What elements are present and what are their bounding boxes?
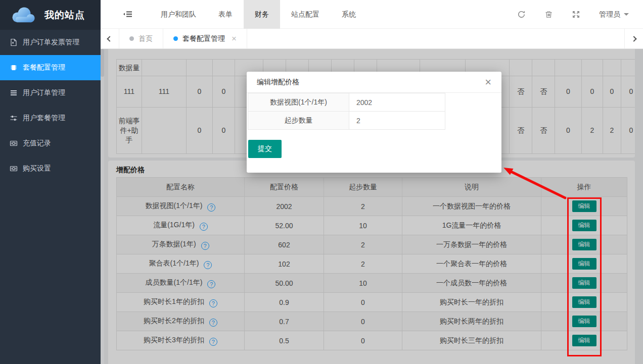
page-tabbar: 首页 套餐配置管理 × (101, 29, 643, 49)
close-icon[interactable]: × (485, 77, 491, 88)
sidebar-item-purchase-settings[interactable]: 购买设置 (0, 156, 101, 181)
sidebar-item-package-config[interactable]: 套餐配置管理 (0, 55, 101, 80)
top-navbar: 用户和团队 表单 财务 站点配置 系统 (101, 0, 643, 29)
package-chip-icon (9, 64, 18, 72)
main-nav-tabs: 用户和团队 表单 财务 站点配置 系统 (150, 0, 367, 29)
field-label: 数据视图(1个/1年) (248, 93, 349, 112)
modal-header: 编辑增配价格 × (247, 72, 501, 93)
refresh-icon[interactable] (517, 10, 526, 19)
tab-package-config[interactable]: 套餐配置管理 × (163, 29, 247, 48)
edit-addon-price-modal: 编辑增配价格 × 数据视图(1个/1年) 2002 起步数量 2 提交 (247, 72, 501, 173)
sidebar-menu: 用户订单发票管理 套餐配置管理 用户订单管理 (0, 30, 101, 181)
close-icon[interactable]: × (232, 34, 237, 43)
tabs-scroll-right[interactable] (624, 29, 643, 48)
app: 我的站点 用户订单发票管理 套餐配置管理 (0, 0, 643, 364)
tab-label: 套餐配置管理 (182, 34, 225, 43)
tab-label: 首页 (139, 34, 153, 43)
form-row: 起步数量 2 (248, 112, 445, 130)
field-label: 起步数量 (248, 112, 349, 130)
site-title: 我的站点 (44, 9, 85, 22)
chevron-left-icon (107, 36, 112, 41)
user-menu[interactable]: 管理员 (599, 10, 629, 19)
tab-home[interactable]: 首页 (119, 29, 163, 48)
fullscreen-icon[interactable] (572, 10, 580, 19)
nav-tab-site-config[interactable]: 站点配置 (280, 0, 331, 29)
purchase-money-icon (9, 165, 18, 173)
sidebar-item-label: 用户套餐管理 (23, 114, 65, 123)
collapse-menu-icon[interactable] (123, 10, 132, 20)
nav-tab-forms[interactable]: 表单 (207, 0, 244, 29)
form-row: 数据视图(1个/1年) 2002 (248, 93, 445, 112)
tabs-scroll-left[interactable] (101, 29, 119, 48)
nav-tab-finance[interactable]: 财务 (244, 0, 280, 29)
submit-button[interactable]: 提交 (248, 140, 282, 158)
caret-down-icon (624, 13, 629, 18)
tab-dot-icon (173, 36, 178, 41)
start-quantity-field[interactable]: 2 (349, 112, 445, 130)
tab-dot-icon (129, 36, 134, 41)
sidebar: 我的站点 用户订单发票管理 套餐配置管理 (0, 0, 101, 364)
user-name: 管理员 (599, 10, 620, 19)
chevron-right-icon (631, 36, 636, 41)
sidebar-item-invoice-manage[interactable]: 用户订单发票管理 (0, 30, 101, 55)
sidebar-item-user-packages[interactable]: 用户套餐管理 (0, 106, 101, 131)
site-logo[interactable]: 我的站点 (0, 0, 101, 30)
sidebar-item-label: 套餐配置管理 (23, 63, 65, 72)
sidebar-item-label: 购买设置 (23, 164, 51, 173)
sliders-icon (9, 114, 18, 122)
cloud-logo-icon (9, 5, 38, 25)
price-field[interactable]: 2002 (349, 93, 445, 112)
nav-tab-users-teams[interactable]: 用户和团队 (150, 0, 207, 29)
modal-form: 数据视图(1个/1年) 2002 起步数量 2 (248, 93, 445, 130)
nav-tab-system[interactable]: 系统 (331, 0, 367, 29)
sidebar-item-label: 充值记录 (23, 139, 51, 148)
modal-title: 编辑增配价格 (257, 78, 299, 87)
recharge-money-icon (9, 139, 18, 147)
order-list-icon (9, 89, 18, 97)
invoice-icon (9, 38, 18, 46)
navbar-actions: 管理员 (517, 0, 643, 29)
trash-icon[interactable] (544, 10, 553, 19)
sidebar-item-label: 用户订单发票管理 (23, 38, 79, 47)
sidebar-item-user-orders[interactable]: 用户订单管理 (0, 80, 101, 106)
sidebar-item-recharge-records[interactable]: 充值记录 (0, 131, 101, 156)
sidebar-item-label: 用户订单管理 (23, 88, 65, 97)
